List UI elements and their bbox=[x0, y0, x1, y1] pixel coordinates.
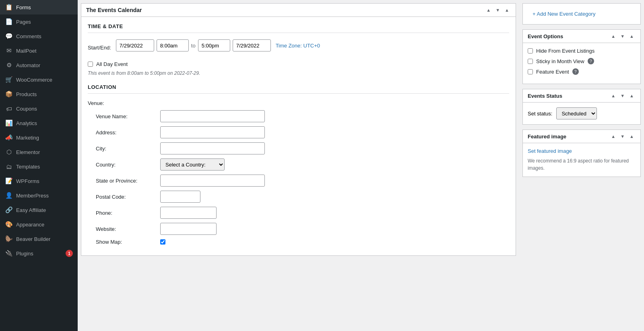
hide-from-listings-row: Hide From Event Listings bbox=[528, 48, 636, 54]
sidebar-item-forms[interactable]: 📋Forms bbox=[0, 0, 78, 14]
sidebar-label-easy-affiliate: Easy Affiliate bbox=[16, 207, 46, 213]
timezone-link[interactable]: Time Zone: UTC+0 bbox=[276, 43, 320, 49]
mailpoet-icon: ✉ bbox=[5, 47, 13, 55]
sidebar-item-memberpress[interactable]: 👤MemberPress bbox=[0, 188, 78, 203]
sidebar-item-mailpoet[interactable]: ✉MailPoet bbox=[0, 43, 78, 58]
panel-up-btn[interactable]: ▲ bbox=[485, 7, 492, 13]
website-row: Website: bbox=[88, 223, 509, 235]
time-date-heading: TIME & DATE bbox=[88, 23, 509, 33]
events-status-collapse-btn[interactable]: ▲ bbox=[628, 93, 636, 99]
state-input[interactable] bbox=[160, 175, 265, 187]
woocommerce-icon: 🛒 bbox=[5, 76, 13, 84]
start-time-input[interactable] bbox=[157, 39, 189, 51]
status-select[interactable]: Scheduled Postponed Cancelled bbox=[556, 107, 597, 119]
sidebar-item-easy-affiliate[interactable]: 🔗Easy Affiliate bbox=[0, 203, 78, 217]
start-end-label: Start/End: bbox=[88, 45, 111, 51]
sidebar-item-comments[interactable]: 💬Comments bbox=[0, 29, 78, 43]
sidebar-item-marketing[interactable]: 📣Marketing bbox=[0, 130, 78, 145]
address-input[interactable] bbox=[160, 126, 265, 138]
content-area: The Events Calendar ▲ ▼ ▲ TIME & DATE St… bbox=[78, 0, 519, 331]
event-options-collapse-btn[interactable]: ▲ bbox=[628, 33, 636, 39]
wpforms-icon: 📝 bbox=[5, 177, 13, 185]
sticky-month-view-row: Sticky in Month View ? bbox=[528, 58, 636, 64]
address-row: Address: bbox=[88, 126, 509, 138]
feature-event-help-icon[interactable]: ? bbox=[572, 68, 579, 75]
address-label: Address: bbox=[96, 130, 160, 136]
elementor-icon: ⬡ bbox=[5, 148, 13, 156]
sidebar-label-marketing: Marketing bbox=[16, 135, 39, 141]
appearance-icon: 🎨 bbox=[5, 220, 13, 228]
sidebar-item-templates[interactable]: 🗂Templates bbox=[0, 159, 78, 174]
featured-image-collapse-btn[interactable]: ▲ bbox=[628, 133, 636, 140]
location-section: LOCATION Venue: Venue Name: Address: C bbox=[88, 84, 509, 245]
start-date-input[interactable] bbox=[116, 39, 154, 51]
end-time-input[interactable] bbox=[198, 39, 230, 51]
sidebar-label-analytics: Analytics bbox=[16, 120, 37, 126]
panel-down-btn[interactable]: ▼ bbox=[494, 7, 502, 13]
country-select[interactable]: Select a Country: United States United K… bbox=[160, 158, 225, 171]
sidebar-item-elementor[interactable]: ⬡Elementor bbox=[0, 145, 78, 159]
sidebar-item-appearance[interactable]: 🎨Appearance bbox=[0, 217, 78, 232]
featured-image-up-btn[interactable]: ▲ bbox=[609, 133, 617, 140]
feature-event-label[interactable]: Feature Event bbox=[536, 69, 569, 75]
venue-name-input[interactable] bbox=[160, 110, 265, 122]
hide-from-listings-checkbox[interactable] bbox=[528, 48, 533, 53]
sticky-help-icon[interactable]: ? bbox=[588, 58, 594, 64]
sticky-month-view-checkbox[interactable] bbox=[528, 59, 533, 64]
events-status-up-btn[interactable]: ▲ bbox=[609, 93, 617, 99]
show-map-checkbox[interactable] bbox=[160, 239, 165, 245]
automator-icon: ⚙ bbox=[5, 61, 13, 69]
sidebar-item-plugins[interactable]: 🔌Plugins1 bbox=[0, 246, 78, 261]
feature-event-checkbox[interactable] bbox=[528, 69, 533, 74]
start-end-row: Start/End: to Time Zone: UTC+0 bbox=[88, 39, 509, 56]
end-date-input[interactable] bbox=[233, 39, 271, 51]
sidebar-item-wpforms[interactable]: 📝WPForms bbox=[0, 174, 78, 188]
location-heading: LOCATION bbox=[88, 84, 509, 94]
sidebar-label-products: Products bbox=[16, 91, 37, 97]
country-row: Country: Select a Country: United States… bbox=[88, 158, 509, 171]
event-options-up-btn[interactable]: ▲ bbox=[609, 33, 617, 39]
postal-code-input[interactable] bbox=[160, 191, 200, 203]
hide-from-listings-label[interactable]: Hide From Event Listings bbox=[536, 48, 594, 54]
phone-input[interactable] bbox=[160, 207, 217, 219]
sidebar-item-woocommerce[interactable]: 🛒WooCommerce bbox=[0, 72, 78, 87]
sidebar-item-analytics[interactable]: 📊Analytics bbox=[0, 116, 78, 130]
datetime-inputs: to Time Zone: UTC+0 bbox=[116, 39, 320, 51]
sidebar-label-forms: Forms bbox=[16, 4, 31, 10]
featured-image-header: Featured image ▲ ▼ ▲ bbox=[523, 130, 640, 143]
sidebar-label-plugins: Plugins bbox=[16, 251, 33, 257]
event-options-down-btn[interactable]: ▼ bbox=[619, 33, 626, 39]
phone-row: Phone: bbox=[88, 207, 509, 219]
event-options-header: Event Options ▲ ▼ ▲ bbox=[523, 30, 640, 43]
featured-image-controls: ▲ ▼ ▲ bbox=[609, 133, 636, 140]
event-options-body: Hide From Event Listings Sticky in Month… bbox=[523, 43, 640, 84]
sticky-month-view-label[interactable]: Sticky in Month View bbox=[536, 58, 584, 64]
sidebar-item-automator[interactable]: ⚙Automator bbox=[0, 58, 78, 72]
panel-collapse-btn[interactable]: ▲ bbox=[503, 7, 511, 13]
panel-header: The Events Calendar ▲ ▼ ▲ bbox=[81, 4, 516, 17]
sidebar-item-beaver-builder[interactable]: 🦫Beaver Builder bbox=[0, 232, 78, 246]
event-options-panel: Event Options ▲ ▼ ▲ Hide From Event List… bbox=[522, 29, 641, 84]
sidebar-item-coupons[interactable]: 🏷Coupons bbox=[0, 101, 78, 116]
sidebar-label-memberpress: MemberPress bbox=[16, 193, 49, 199]
postal-code-row: Postal Code: bbox=[88, 191, 509, 203]
website-input[interactable] bbox=[160, 223, 217, 235]
add-category-link[interactable]: + Add New Event Category bbox=[528, 8, 636, 19]
sidebar-label-wpforms: WPForms bbox=[16, 178, 39, 184]
events-status-down-btn[interactable]: ▼ bbox=[619, 93, 626, 99]
all-day-label[interactable]: All Day Event bbox=[96, 61, 128, 67]
sidebar-item-pages[interactable]: 📄Pages bbox=[0, 14, 78, 29]
city-row: City: bbox=[88, 142, 509, 154]
city-input[interactable] bbox=[160, 142, 265, 154]
set-featured-image-link[interactable]: Set featured image bbox=[528, 148, 636, 154]
sidebar-label-coupons: Coupons bbox=[16, 106, 37, 112]
sidebar-label-automator: Automator bbox=[16, 62, 40, 68]
state-row: State or Province: bbox=[88, 175, 509, 187]
venue-name-label: Venue Name: bbox=[96, 113, 160, 119]
event-options-controls: ▲ ▼ ▲ bbox=[609, 33, 636, 39]
all-day-checkbox[interactable] bbox=[88, 62, 93, 67]
featured-image-down-btn[interactable]: ▼ bbox=[619, 133, 626, 140]
sidebar-item-products[interactable]: 📦Products bbox=[0, 87, 78, 101]
memberpress-icon: 👤 bbox=[5, 191, 13, 199]
right-sidebar: + Add New Event Category Event Options ▲… bbox=[519, 0, 644, 331]
